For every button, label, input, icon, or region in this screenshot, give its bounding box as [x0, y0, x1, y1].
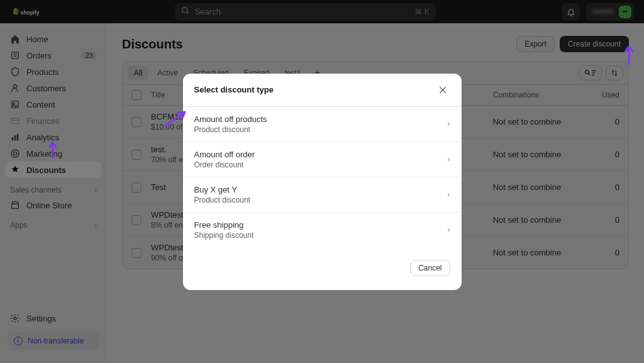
option-subtitle: Product discount: [194, 125, 267, 134]
discount-type-option[interactable]: Amount off orderOrder discount›: [183, 142, 462, 177]
option-title: Amount off products: [194, 114, 267, 124]
chevron-right-icon: ›: [448, 120, 450, 128]
chevron-right-icon: ›: [448, 155, 450, 164]
discount-type-option[interactable]: Amount off productsProduct discount›: [183, 107, 462, 142]
cancel-button[interactable]: Cancel: [410, 260, 450, 276]
discount-type-option[interactable]: Buy X get YProduct discount›: [183, 177, 462, 213]
modal-title: Select discount type: [194, 85, 274, 94]
option-title: Buy X get Y: [194, 185, 250, 194]
close-button[interactable]: [435, 82, 450, 98]
discount-type-modal: Select discount type Amount off products…: [183, 74, 462, 290]
option-subtitle: Product discount: [194, 196, 250, 204]
option-title: Amount off order: [194, 150, 255, 159]
modal-overlay[interactable]: Select discount type Amount off products…: [0, 0, 644, 363]
option-subtitle: Order discount: [194, 160, 255, 169]
discount-type-option[interactable]: Free shippingShipping discount›: [183, 213, 462, 247]
option-subtitle: Shipping discount: [194, 231, 254, 240]
option-title: Free shipping: [194, 220, 254, 230]
chevron-right-icon: ›: [448, 190, 450, 199]
chevron-right-icon: ›: [448, 225, 450, 234]
